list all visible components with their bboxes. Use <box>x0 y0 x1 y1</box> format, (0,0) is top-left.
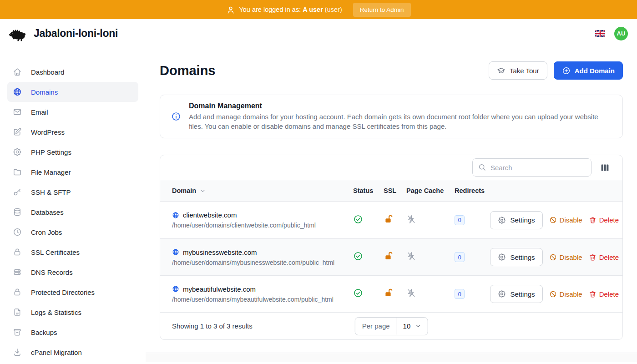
status-enabled-icon <box>353 214 363 224</box>
clock-icon <box>13 228 22 237</box>
sidebar-item-logs-statistics[interactable]: Logs & Statistics <box>7 302 138 322</box>
sidebar-item-databases[interactable]: Databases <box>7 202 138 222</box>
sidebar-item-label: Email <box>31 108 48 116</box>
ssl-unlocked-icon[interactable] <box>384 288 394 298</box>
banner-user-name: A user <box>303 6 323 13</box>
download-icon <box>13 348 22 357</box>
redirects-count-badge[interactable]: 0 <box>455 215 465 225</box>
page-cache-off-icon[interactable] <box>406 288 416 298</box>
disable-button[interactable]: Disable <box>549 290 582 298</box>
sidebar-item-php-settings[interactable]: PHP Settings <box>7 142 138 162</box>
slash-circle-icon <box>549 216 557 224</box>
settings-label: Settings <box>510 290 535 298</box>
sidebar-item-label: Databases <box>31 208 64 216</box>
home-icon <box>13 67 22 76</box>
domain-name[interactable]: mybeautifulwebsite.com <box>183 285 256 293</box>
table-footer: Showing 1 to 3 of 3 results Per page 10 <box>160 312 622 339</box>
sidebar-item-backups[interactable]: Backups <box>7 322 138 342</box>
status-enabled-icon <box>353 288 363 298</box>
delete-button[interactable]: Delete <box>589 290 619 298</box>
pencil-square-icon <box>13 127 22 136</box>
sidebar-item-email[interactable]: Email <box>7 102 138 122</box>
add-domain-button[interactable]: Add Domain <box>554 61 623 80</box>
page-cache-off-icon[interactable] <box>406 214 416 224</box>
sidebar-item-file-manager[interactable]: File Manager <box>7 162 138 182</box>
sidebar-item-dns-records[interactable]: DNS Records <box>7 262 138 282</box>
disable-button[interactable]: Disable <box>549 253 582 261</box>
per-page-select[interactable]: 10 <box>397 318 428 335</box>
take-tour-button[interactable]: Take Tour <box>489 61 547 80</box>
page-cache-off-icon[interactable] <box>406 251 416 261</box>
info-card-description: Add and manage domains for your hosting … <box>189 112 612 131</box>
language-flag-icon[interactable] <box>595 30 605 37</box>
column-header-redirects: Redirects <box>455 187 490 194</box>
brand[interactable]: Jabaloni-loni-loni <box>7 25 118 42</box>
sidebar-item-domains[interactable]: Domains <box>7 82 138 102</box>
sidebar-item-label: SSH & SFTP <box>31 188 71 196</box>
trash-icon <box>589 216 597 224</box>
delete-button[interactable]: Delete <box>589 253 619 261</box>
settings-button[interactable]: Settings <box>490 211 542 229</box>
app-header: Jabaloni-loni-loni AU <box>0 19 637 48</box>
settings-button[interactable]: Settings <box>490 248 542 266</box>
sidebar-item-label: cPanel Migration <box>31 349 82 356</box>
sidebar: Dashboard Domains Email <box>0 48 146 364</box>
redirects-count-badge[interactable]: 0 <box>455 289 465 299</box>
results-summary: Showing 1 to 3 of 3 results <box>172 322 253 330</box>
ssl-unlocked-icon[interactable] <box>384 251 394 261</box>
domain-management-info-card: Domain Management Add and manage domains… <box>160 95 623 138</box>
sidebar-item-wordpress[interactable]: WordPress <box>7 122 138 142</box>
domain-name[interactable]: mybusinesswebsite.com <box>183 248 257 256</box>
server-icon <box>13 268 22 277</box>
table-toolbar <box>160 155 622 180</box>
sidebar-item-cron-jobs[interactable]: Cron Jobs <box>7 222 138 242</box>
delete-label: Delete <box>599 290 619 298</box>
banner-text: You are logged in as: A user (user) <box>239 6 342 13</box>
ssl-unlocked-icon[interactable] <box>384 214 394 224</box>
document-root-path: /home/user/domains/mybeautifulwebsite.co… <box>172 296 353 303</box>
sidebar-item-label: SSL Certificates <box>31 248 80 256</box>
sidebar-item-label: Protected Directories <box>31 288 95 296</box>
sidebar-item-label: Cron Jobs <box>31 228 62 236</box>
page-title: Domains <box>160 63 215 78</box>
column-header-status: Status <box>353 187 384 194</box>
settings-button[interactable]: Settings <box>490 285 542 303</box>
sidebar-item-ssh-sftp[interactable]: SSH & SFTP <box>7 182 138 202</box>
columns-toggle-button[interactable] <box>599 162 611 173</box>
sidebar-item-protected-directories[interactable]: Protected Directories <box>7 282 138 302</box>
plus-circle-icon <box>562 66 571 75</box>
gear-icon <box>13 147 22 157</box>
page-footer-area <box>146 353 637 362</box>
banner-prefix: You are logged in as: <box>239 6 301 13</box>
sidebar-item-label: Logs & Statistics <box>31 308 81 316</box>
search-input[interactable] <box>472 158 592 177</box>
user-avatar[interactable]: AU <box>614 27 628 40</box>
sidebar-item-label: PHP Settings <box>31 148 71 156</box>
sidebar-item-dashboard[interactable]: Dashboard <box>7 62 138 82</box>
table-header-row: Domain Status SSL Page Cache Redirects <box>160 180 622 202</box>
sidebar-item-label: File Manager <box>31 168 71 176</box>
sidebar-item-label: Dashboard <box>31 68 64 76</box>
sidebar-item-label: DNS Records <box>31 268 73 276</box>
globe-icon <box>172 248 179 256</box>
database-icon <box>13 207 22 217</box>
document-root-path: /home/user/domains/mybusinesswebsite.com… <box>172 259 353 266</box>
document-root-path: /home/user/domains/clientwebsite.com/pub… <box>172 222 353 229</box>
sidebar-item-cpanel-migration[interactable]: cPanel Migration <box>7 342 138 362</box>
sidebar-item-ssl-certificates[interactable]: SSL Certificates <box>7 242 138 262</box>
lock-icon <box>13 288 22 297</box>
table-row: clientwebsite.com /home/user/domains/cli… <box>160 202 622 238</box>
boar-logo-icon <box>7 25 29 42</box>
lock-icon <box>13 248 22 257</box>
table-row: mybeautifulwebsite.com /home/user/domain… <box>160 275 622 312</box>
column-header-domain[interactable]: Domain <box>172 187 353 194</box>
delete-button[interactable]: Delete <box>589 216 619 224</box>
document-icon <box>13 308 22 317</box>
disable-button[interactable]: Disable <box>549 216 582 224</box>
redirects-count-badge[interactable]: 0 <box>455 252 465 262</box>
gear-icon <box>498 216 506 224</box>
columns-icon <box>600 163 610 172</box>
return-to-admin-button[interactable]: Return to Admin <box>353 3 411 17</box>
domain-name[interactable]: clientwebsite.com <box>183 211 237 219</box>
domains-table-card: Domain Status SSL Page Cache Redirects <box>160 155 623 340</box>
